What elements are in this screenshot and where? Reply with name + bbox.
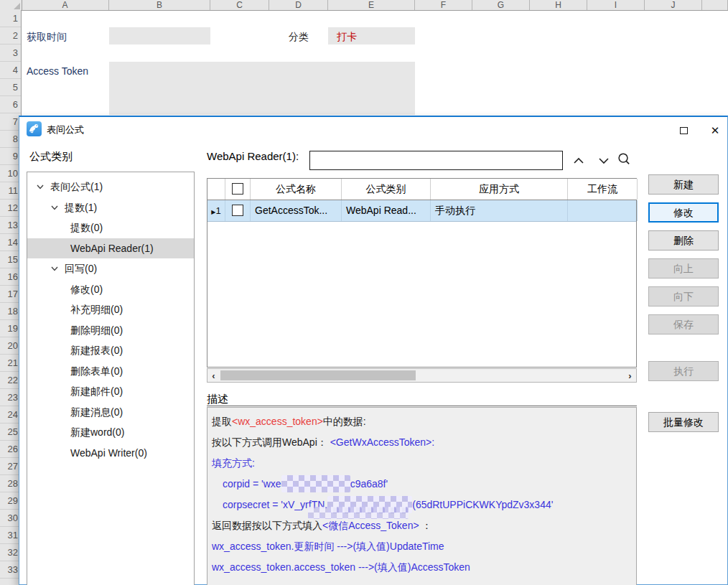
- column-header-G[interactable]: G: [472, 0, 530, 10]
- table-header-1[interactable]: 公式名称: [251, 179, 342, 200]
- row-header-3[interactable]: 3: [0, 45, 21, 62]
- row-header-25[interactable]: 25: [0, 423, 21, 441]
- row-header-19[interactable]: 19: [0, 320, 21, 337]
- button-向上: 向上: [648, 258, 719, 279]
- row-marker-cell[interactable]: ▶1: [207, 200, 225, 221]
- tree-chevron-down-icon[interactable]: [49, 203, 60, 212]
- tree-item-4[interactable]: 回写(0): [27, 258, 194, 279]
- row-header-30[interactable]: 30: [0, 510, 21, 527]
- column-header-E[interactable]: E: [328, 0, 415, 10]
- column-header-D[interactable]: D: [269, 0, 328, 10]
- row-header-24[interactable]: 24: [0, 406, 21, 423]
- select-all-corner[interactable]: [0, 0, 22, 10]
- row-header-21[interactable]: 21: [0, 355, 21, 372]
- row-header-5[interactable]: 5: [0, 79, 21, 96]
- next-match-button[interactable]: [597, 154, 611, 168]
- row-header-31[interactable]: 31: [0, 527, 21, 544]
- row-header-7[interactable]: 7: [0, 113, 21, 131]
- row-header-23[interactable]: 23: [0, 389, 21, 406]
- tree-item-5[interactable]: 修改(0): [27, 279, 194, 300]
- description-line-7: wx_access_token.更新时间 --->(填入值)UpdateTime: [212, 536, 632, 557]
- prev-match-button[interactable]: [571, 154, 586, 168]
- description-box: 提取<wx_access_token>中的数据:按以下方式调用WebApi： <…: [207, 407, 637, 585]
- maximize-icon: [680, 127, 688, 134]
- description-text: (65dRtUPPiCKWKYpdZv3x344': [412, 499, 553, 510]
- row-header-15[interactable]: 15: [0, 251, 21, 268]
- description-line-1: 提取<wx_access_token>中的数据:: [212, 411, 632, 432]
- row-header-26[interactable]: 26: [0, 441, 21, 458]
- row-header-8[interactable]: 8: [0, 131, 21, 148]
- row-header-6[interactable]: 6: [0, 96, 21, 113]
- tree-item-2[interactable]: 提数(0): [27, 217, 194, 238]
- row-header-32[interactable]: 32: [0, 544, 21, 561]
- table-header-3[interactable]: 应用方式: [431, 179, 568, 200]
- column-header-I[interactable]: I: [587, 0, 645, 10]
- horizontal-scrollbar[interactable]: ‹ ›: [207, 368, 637, 383]
- search-button[interactable]: [617, 151, 631, 166]
- tree-item-3[interactable]: WebApi Reader(1): [27, 238, 194, 259]
- button-删除[interactable]: 删除: [648, 230, 719, 251]
- search-input[interactable]: [309, 151, 563, 170]
- button-修改[interactable]: 修改: [648, 202, 719, 223]
- description-text: ：: [419, 520, 432, 531]
- cell-fill-b2: [109, 27, 210, 45]
- maximize-button[interactable]: [676, 123, 691, 137]
- description-line-4: corpid = 'wxec9a6a8f': [212, 474, 632, 495]
- row-header-33[interactable]: 33: [0, 561, 21, 579]
- column-header-B[interactable]: B: [109, 0, 210, 10]
- row-header-12[interactable]: 12: [0, 200, 21, 217]
- row-header-22[interactable]: 22: [0, 372, 21, 389]
- row-header-27[interactable]: 27: [0, 458, 21, 475]
- tree-chevron-down-icon[interactable]: [49, 264, 60, 273]
- row-header-16[interactable]: 16: [0, 268, 21, 286]
- row-header-4[interactable]: 4: [0, 62, 21, 79]
- row-header-13[interactable]: 13: [0, 217, 21, 234]
- cell-e2[interactable]: 打卡: [337, 31, 357, 44]
- tree-item-6[interactable]: 补充明细(0): [27, 299, 194, 320]
- button-执行: 执行: [648, 361, 719, 381]
- tree-item-9[interactable]: 删除表单(0): [27, 361, 194, 382]
- row-header-2[interactable]: 2: [0, 27, 21, 45]
- column-header-J[interactable]: J: [645, 0, 702, 10]
- button-批量修改[interactable]: 批量修改: [648, 412, 719, 432]
- row-header-28[interactable]: 28: [0, 475, 21, 492]
- row-header-29[interactable]: 29: [0, 492, 21, 510]
- cell-a2[interactable]: 获取时间: [27, 31, 67, 44]
- cell-d2[interactable]: 分类: [269, 31, 328, 44]
- row-header-9[interactable]: 9: [0, 148, 21, 165]
- tree-chevron-down-icon[interactable]: [34, 182, 46, 191]
- column-header-A[interactable]: A: [22, 0, 109, 10]
- column-header-H[interactable]: H: [530, 0, 587, 10]
- row-cell-1: GetAccessTok...: [251, 200, 342, 221]
- tree-item-12[interactable]: 新建word(0): [27, 422, 194, 443]
- row-header-18[interactable]: 18: [0, 303, 21, 320]
- tree-item-8[interactable]: 新建报表(0): [27, 340, 194, 361]
- select-all-checkbox[interactable]: [232, 183, 243, 195]
- cell-a4[interactable]: Access Token: [27, 65, 88, 77]
- row-header-17[interactable]: 17: [0, 286, 21, 303]
- row-header-1[interactable]: 1: [0, 10, 21, 27]
- table-header-2[interactable]: 公式类别: [342, 179, 431, 200]
- button-新建[interactable]: 新建: [648, 174, 719, 195]
- chevron-left-icon[interactable]: ‹: [207, 369, 220, 382]
- tree-item-label: 删除明细(0): [70, 320, 123, 341]
- column-header-F[interactable]: F: [415, 0, 472, 10]
- column-header-C[interactable]: C: [210, 0, 269, 10]
- close-button[interactable]: ✕: [708, 123, 722, 137]
- tree-item-11[interactable]: 新建消息(0): [27, 402, 194, 423]
- row-header-20[interactable]: 20: [0, 337, 21, 355]
- table-header-4[interactable]: 工作流: [568, 179, 638, 200]
- table-row[interactable]: ▶1GetAccessTok...WebApi Read...手动执行: [207, 200, 636, 222]
- chevron-right-icon[interactable]: ›: [624, 369, 636, 382]
- row-checkbox[interactable]: [232, 205, 243, 216]
- row-header-10[interactable]: 10: [0, 165, 21, 182]
- tree-item-13[interactable]: WebApi Writer(0): [27, 443, 194, 464]
- description-text: <微信Access_Token>: [322, 520, 419, 531]
- row-header-11[interactable]: 11: [0, 182, 21, 200]
- row-header-14[interactable]: 14: [0, 234, 21, 251]
- tree-item-7[interactable]: 删除明细(0): [27, 320, 194, 341]
- tree-item-0[interactable]: 表间公式(1): [27, 177, 194, 197]
- tree-item-10[interactable]: 新建邮件(0): [27, 381, 194, 402]
- scrollbar-thumb[interactable]: [220, 370, 416, 380]
- tree-item-1[interactable]: 提数(1): [27, 197, 194, 218]
